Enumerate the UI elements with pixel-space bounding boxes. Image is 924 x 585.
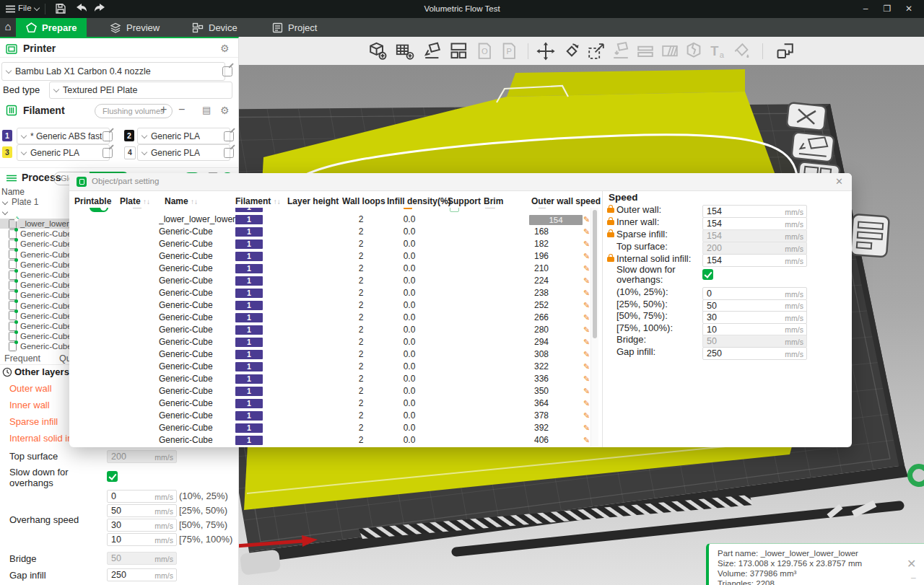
edit-pencil-icon[interactable]: ✎ bbox=[583, 423, 590, 433]
scale-icon[interactable] bbox=[586, 41, 606, 61]
edit-pencil-icon[interactable]: ✎ bbox=[583, 252, 590, 261]
slow-down-checkbox[interactable] bbox=[702, 269, 713, 280]
printer-select[interactable]: Bambu Lab X1 Carbon 0.4 nozzle bbox=[1, 62, 225, 81]
cell-name[interactable]: Generic-Cube bbox=[159, 435, 300, 445]
column-header-outer-wall-speed[interactable]: Outer wall speed bbox=[531, 196, 601, 206]
table-row[interactable]: Generic-Cube120.0308✎ bbox=[69, 348, 590, 361]
filament-1-badge[interactable]: 1 bbox=[2, 130, 12, 141]
table-row[interactable]: _lower_lower_lower...120.0154✎ bbox=[69, 214, 590, 226]
support-checkbox[interactable] bbox=[450, 208, 459, 212]
cell-wall-loops[interactable]: 2 bbox=[351, 300, 371, 310]
cell-outer-wall-speed[interactable]: 378 bbox=[502, 410, 549, 421]
cell-outer-wall-speed[interactable]: 336 bbox=[502, 374, 549, 384]
column-header-infill-density-[interactable]: Infill density(%) bbox=[387, 196, 451, 206]
edit-pencil-icon[interactable]: ✎ bbox=[583, 276, 590, 286]
cell-name[interactable]: Generic-Cube bbox=[159, 410, 300, 421]
lock-icon[interactable] bbox=[607, 208, 614, 213]
cell-wall-loops[interactable]: 2 bbox=[351, 435, 371, 445]
chevron-down-icon[interactable] bbox=[2, 199, 8, 205]
cell-filament-badge[interactable]: 1 bbox=[235, 215, 263, 224]
table-row[interactable]: Generic-Cube120.0294✎ bbox=[69, 336, 590, 348]
edit-pencil-icon[interactable]: ✎ bbox=[583, 289, 590, 298]
speed-value-field[interactable]: 50mm/s bbox=[702, 335, 807, 348]
dialog-title-bar[interactable]: Object/part setting ✕ bbox=[69, 173, 852, 191]
filament-3-edit-icon[interactable] bbox=[103, 148, 113, 158]
cell-outer-wall-speed[interactable]: 168 bbox=[502, 226, 549, 237]
cell-wall-loops[interactable]: 2 bbox=[351, 374, 371, 384]
filament-4-edit-icon[interactable] bbox=[224, 148, 234, 158]
plate-settings-tile[interactable] bbox=[850, 214, 889, 257]
modified-param-sparse-infill[interactable]: Sparse infill bbox=[9, 416, 58, 427]
filament-1-select[interactable]: * Generic ABS fast bbox=[17, 128, 110, 144]
tree-plate-item[interactable]: Plate 1 bbox=[12, 197, 38, 207]
cell-filament-badge[interactable]: 1 bbox=[235, 399, 263, 408]
table-row[interactable]: Generic-Cube120.0238✎ bbox=[69, 287, 590, 299]
sort-icons[interactable]: ↑↓ bbox=[274, 198, 281, 206]
speed-value-field[interactable]: 30mm/s bbox=[702, 311, 807, 324]
column-header-brim[interactable]: Brim bbox=[484, 196, 503, 206]
cell-infill-density[interactable]: 0.0 bbox=[394, 276, 424, 286]
auto-orient-icon[interactable] bbox=[422, 41, 443, 61]
edit-pencil-icon[interactable]: ✎ bbox=[583, 301, 590, 310]
table-row[interactable]: Generic-Cube120.0322✎ bbox=[69, 361, 590, 373]
cell-infill-density[interactable]: 0.0 bbox=[394, 435, 424, 445]
cell-name[interactable]: Generic-Cube bbox=[159, 251, 300, 261]
cell-wall-loops[interactable]: 2 bbox=[351, 312, 371, 322]
printer-settings-gear-icon[interactable]: ⚙ bbox=[220, 43, 230, 54]
table-row[interactable]: Generic-Cube120.0224✎ bbox=[69, 275, 590, 287]
cell-wall-loops[interactable]: 2 bbox=[351, 423, 371, 433]
column-header-printable[interactable]: Printable bbox=[74, 196, 111, 206]
edit-pencil-icon[interactable]: ✎ bbox=[583, 264, 590, 273]
cell-outer-wall-speed[interactable]: 224 bbox=[502, 276, 549, 286]
cell-filament-badge[interactable]: 1 bbox=[235, 423, 263, 433]
cell-outer-wall-speed[interactable]: 252 bbox=[502, 300, 549, 310]
speed-value-field[interactable]: 0mm/s bbox=[702, 287, 807, 300]
cell-outer-wall-speed[interactable]: 210 bbox=[502, 263, 549, 273]
rotate-icon[interactable] bbox=[562, 41, 582, 61]
cell-outer-wall-speed[interactable]: 196 bbox=[502, 251, 549, 261]
auto-orient-plate-tile[interactable] bbox=[791, 132, 834, 162]
speed-value-field[interactable]: 50mm/s bbox=[702, 299, 807, 312]
cell-filament-badge[interactable]: 1 bbox=[235, 436, 263, 445]
table-row[interactable]: Generic-Cube120.0406✎ bbox=[69, 434, 590, 447]
move-icon[interactable] bbox=[536, 41, 556, 61]
cell-filament-badge[interactable]: 1 bbox=[235, 325, 263, 335]
edit-pencil-icon[interactable]: ✎ bbox=[583, 362, 590, 371]
table-row[interactable]: Generic-Cube120.0196✎ bbox=[69, 250, 590, 263]
table-scrollbar[interactable] bbox=[590, 208, 598, 447]
edit-pencil-icon[interactable]: ✎ bbox=[583, 338, 590, 347]
cell-wall-loops[interactable]: 2 bbox=[351, 263, 371, 273]
cell-infill-density[interactable]: 0.0 bbox=[394, 239, 424, 249]
cell-wall-loops[interactable]: 2 bbox=[351, 349, 371, 359]
cell-outer-wall-speed[interactable]: 280 bbox=[502, 325, 549, 335]
add-plate-icon[interactable] bbox=[395, 41, 415, 61]
overhang-speed-field[interactable]: 30mm/s bbox=[107, 519, 177, 532]
edit-pencil-icon[interactable]: ✎ bbox=[583, 215, 590, 224]
add-model-icon[interactable] bbox=[367, 41, 388, 61]
cell-infill-density[interactable]: 0.0 bbox=[394, 300, 424, 310]
dialog-close-icon[interactable]: ✕ bbox=[835, 176, 843, 187]
table-row[interactable]: Generic-Cube120.0392✎ bbox=[69, 422, 590, 434]
info-collapse-icon[interactable]: – bbox=[911, 573, 916, 583]
cell-wall-loops[interactable]: 2 bbox=[351, 325, 371, 335]
cell-infill-density[interactable]: 0.0 bbox=[394, 398, 424, 408]
cell-wall-loops[interactable]: 2 bbox=[351, 226, 371, 237]
cell-infill-density[interactable]: 0.0 bbox=[394, 386, 424, 396]
edit-pencil-icon[interactable]: ✎ bbox=[583, 239, 590, 249]
arrange-icon[interactable] bbox=[449, 41, 469, 61]
filament-settings-gear-icon[interactable]: ⚙ bbox=[220, 105, 230, 116]
cell-name[interactable]: Generic-Cube bbox=[159, 361, 300, 371]
cell-name[interactable]: Generic-Cube bbox=[159, 386, 300, 396]
edit-pencil-icon[interactable]: ✎ bbox=[583, 227, 590, 237]
cell-filament-badge[interactable]: 1 bbox=[235, 350, 263, 359]
cell-outer-wall-speed[interactable]: 266 bbox=[502, 312, 549, 322]
table-row[interactable]: Generic-Cube120.0252✎ bbox=[69, 299, 590, 312]
cell-filament-badge[interactable]: 1 bbox=[235, 239, 263, 249]
column-header-wall-loops[interactable]: Wall loops bbox=[342, 196, 385, 206]
table-row[interactable]: Generic-Cube120.0210✎ bbox=[69, 263, 590, 275]
filament-1-edit-icon[interactable] bbox=[103, 131, 113, 141]
cell-name[interactable]: Generic-Cube bbox=[159, 423, 300, 433]
cell-outer-wall-speed[interactable]: 238 bbox=[502, 288, 549, 298]
bridge-field[interactable]: 50 mm/s bbox=[107, 552, 177, 565]
cell-infill-density[interactable]: 0.0 bbox=[394, 312, 424, 322]
